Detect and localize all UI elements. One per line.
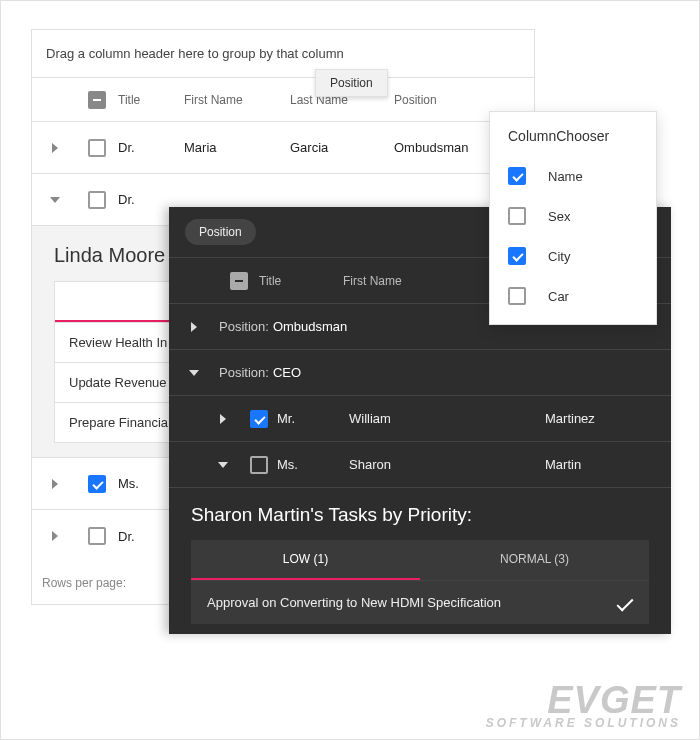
expand-toggle[interactable] bbox=[32, 197, 78, 203]
header-checkbox[interactable] bbox=[219, 272, 259, 290]
column-chooser-item[interactable]: Sex bbox=[508, 196, 638, 236]
checkbox-checked-icon bbox=[508, 167, 526, 185]
checkbox-checked-icon bbox=[508, 247, 526, 265]
cell-title: Mr. bbox=[277, 411, 349, 426]
row-checkbox[interactable] bbox=[78, 527, 116, 545]
table-row[interactable]: Mr. William Martinez bbox=[169, 396, 671, 442]
chevron-down-icon bbox=[189, 370, 199, 376]
group-placeholder-text: Drag a column header here to group by th… bbox=[46, 46, 344, 61]
checkbox-icon bbox=[508, 207, 526, 225]
group-key-label: Position: bbox=[219, 365, 269, 380]
check-icon bbox=[617, 594, 634, 611]
cell-last-name: Martin bbox=[545, 457, 671, 472]
detail-heading: Sharon Martin's Tasks by Priority: bbox=[191, 504, 649, 526]
tab-low[interactable]: LOW (1) bbox=[191, 540, 420, 580]
dragged-column-chip[interactable]: Position bbox=[315, 69, 388, 97]
chevron-right-icon bbox=[52, 143, 58, 153]
group-value: Ombudsman bbox=[273, 319, 347, 334]
expand-toggle[interactable] bbox=[169, 322, 219, 332]
row-checkbox[interactable] bbox=[78, 475, 116, 493]
task-row[interactable]: Approval on Converting to New HDMI Speci… bbox=[191, 580, 649, 624]
column-chooser-label: City bbox=[548, 249, 570, 264]
group-chip[interactable]: Position bbox=[185, 219, 256, 245]
watermark-line2: SOFTWARE SOLUTIONS bbox=[486, 717, 681, 729]
row-checkbox[interactable] bbox=[78, 191, 116, 209]
cell-first-name: Sharon bbox=[349, 457, 545, 472]
indeterminate-checkbox-icon bbox=[88, 91, 106, 109]
column-chooser-popup: ColumnChooser Name Sex City Car bbox=[489, 111, 657, 325]
cell-first-name: Maria bbox=[184, 140, 290, 155]
cell-title: Ms. bbox=[277, 457, 349, 472]
cell-first-name: William bbox=[349, 411, 545, 426]
indeterminate-checkbox-icon bbox=[230, 272, 248, 290]
group-chip-label: Position bbox=[199, 225, 242, 239]
group-drop-area[interactable]: Drag a column header here to group by th… bbox=[32, 30, 534, 78]
chevron-down-icon bbox=[50, 197, 60, 203]
cell-last-name: Garcia bbox=[290, 140, 394, 155]
column-chooser-item[interactable]: Car bbox=[508, 276, 638, 316]
pager-label: Rows per page: bbox=[42, 576, 126, 590]
row-checkbox[interactable] bbox=[241, 410, 277, 428]
expand-toggle[interactable] bbox=[205, 462, 241, 468]
detail-tasks-box: LOW (1) NORMAL (3) Approval on Convertin… bbox=[191, 540, 649, 624]
cell-last-name: Martinez bbox=[545, 411, 671, 426]
expand-toggle[interactable] bbox=[169, 370, 219, 376]
header-title[interactable]: Title bbox=[259, 274, 343, 288]
chevron-right-icon bbox=[191, 322, 197, 332]
header-first-name[interactable]: First Name bbox=[184, 93, 290, 107]
cell-title: Dr. bbox=[116, 192, 184, 207]
header-checkbox[interactable] bbox=[78, 91, 116, 109]
detail-tabbar: LOW (1) NORMAL (3) bbox=[191, 540, 649, 580]
watermark-line1: EVGET bbox=[486, 681, 681, 719]
row-detail-panel-dark: Sharon Martin's Tasks by Priority: LOW (… bbox=[169, 488, 671, 634]
header-position[interactable]: Position bbox=[394, 93, 514, 107]
checkbox-icon bbox=[88, 527, 106, 545]
watermark: EVGET SOFTWARE SOLUTIONS bbox=[486, 681, 681, 729]
column-chooser-label: Name bbox=[548, 169, 583, 184]
chevron-right-icon bbox=[220, 414, 226, 424]
column-chooser-label: Sex bbox=[548, 209, 570, 224]
column-chooser-title: ColumnChooser bbox=[508, 128, 638, 144]
row-checkbox[interactable] bbox=[241, 456, 277, 474]
header-title[interactable]: Title bbox=[116, 93, 184, 107]
checkbox-icon bbox=[508, 287, 526, 305]
checkbox-icon bbox=[88, 191, 106, 209]
chevron-right-icon bbox=[52, 531, 58, 541]
tab-normal[interactable]: NORMAL (3) bbox=[420, 540, 649, 580]
group-row[interactable]: Position: CEO bbox=[169, 350, 671, 396]
expand-toggle[interactable] bbox=[32, 143, 78, 153]
light-header-row: Title First Name Last Name Position bbox=[32, 78, 534, 122]
group-value: CEO bbox=[273, 365, 301, 380]
checkbox-icon bbox=[250, 456, 268, 474]
cell-title: Dr. bbox=[116, 140, 184, 155]
row-checkbox[interactable] bbox=[78, 139, 116, 157]
chevron-right-icon bbox=[52, 479, 58, 489]
chevron-down-icon bbox=[218, 462, 228, 468]
expand-toggle[interactable] bbox=[205, 414, 241, 424]
expand-toggle[interactable] bbox=[32, 479, 78, 489]
column-chooser-item[interactable]: Name bbox=[508, 156, 638, 196]
dragged-column-label: Position bbox=[330, 76, 373, 90]
checkbox-checked-icon bbox=[250, 410, 268, 428]
group-key-label: Position: bbox=[219, 319, 269, 334]
table-row[interactable]: Ms. Sharon Martin bbox=[169, 442, 671, 488]
checkbox-checked-icon bbox=[88, 475, 106, 493]
table-row[interactable]: Dr. Maria Garcia Ombudsman bbox=[32, 122, 534, 174]
column-chooser-item[interactable]: City bbox=[508, 236, 638, 276]
task-label: Approval on Converting to New HDMI Speci… bbox=[207, 595, 501, 610]
expand-toggle[interactable] bbox=[32, 531, 78, 541]
column-chooser-label: Car bbox=[548, 289, 569, 304]
checkbox-icon bbox=[88, 139, 106, 157]
